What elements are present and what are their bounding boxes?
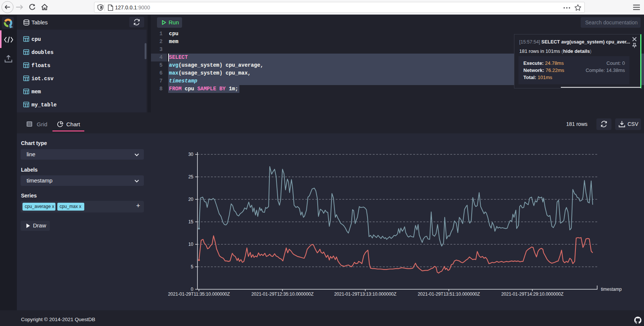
svg-text:25: 25 <box>188 174 194 179</box>
svg-text:2021-01-29T14:29:10.000000Z: 2021-01-29T14:29:10.000000Z <box>501 292 563 297</box>
svg-text:0: 0 <box>191 287 193 292</box>
svg-text:30: 30 <box>188 152 194 157</box>
svg-text:20: 20 <box>188 197 194 202</box>
svg-text:2021-01-29T13:13:10.000000Z: 2021-01-29T13:13:10.000000Z <box>334 292 396 297</box>
svg-text:timestamp: timestamp <box>601 287 622 292</box>
svg-text:2021-01-29T11:35:10.000000Z: 2021-01-29T11:35:10.000000Z <box>168 292 230 297</box>
svg-text:10: 10 <box>188 242 194 247</box>
svg-text:2021-01-29T13:51:10.000000Z: 2021-01-29T13:51:10.000000Z <box>418 292 480 297</box>
svg-text:5: 5 <box>191 264 193 269</box>
svg-text:15: 15 <box>188 219 194 224</box>
svg-text:2021-01-29T12:35:10.000000Z: 2021-01-29T12:35:10.000000Z <box>251 292 314 297</box>
